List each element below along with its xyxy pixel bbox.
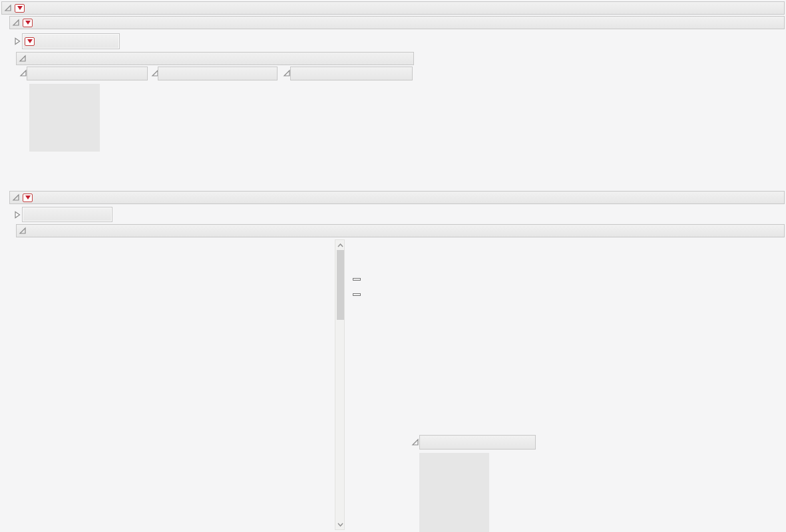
header-mean[interactable]	[158, 66, 278, 80]
table-row	[29, 106, 148, 118]
row-label	[29, 95, 100, 106]
jmp-fde-report-window	[0, 0, 786, 532]
row-value	[100, 129, 148, 140]
row-value	[489, 464, 534, 475]
header-model-selection[interactable]	[16, 224, 785, 237]
table-row	[419, 509, 534, 521]
row-label	[29, 140, 100, 152]
disclosure-open-icon[interactable]	[12, 194, 20, 201]
table-row	[419, 453, 534, 464]
update-models-button[interactable]	[353, 293, 361, 296]
row-value	[489, 475, 534, 487]
header-summaries[interactable]	[16, 52, 414, 65]
row-label	[29, 129, 100, 140]
row-label	[29, 118, 100, 129]
disclosure-open-icon[interactable]	[19, 55, 27, 63]
prediction-line-swatch	[353, 262, 369, 264]
spline-fit-plot	[37, 239, 306, 400]
header-bspline[interactable]	[9, 191, 785, 204]
red-triangle-menu-icon[interactable]	[25, 37, 35, 46]
header-fde-ethanol[interactable]	[9, 16, 785, 29]
row-value	[489, 509, 534, 521]
row-label	[419, 487, 489, 498]
overall-summary-table	[29, 84, 148, 152]
row-value	[100, 118, 148, 129]
vertical-scrollbar[interactable]	[335, 239, 345, 530]
linear-line-swatch	[714, 270, 734, 272]
header-data-processing[interactable]	[22, 33, 120, 49]
cubic-line-swatch	[714, 290, 734, 292]
reset-knots-button[interactable]	[353, 278, 361, 281]
disclosure-closed-icon[interactable]	[13, 37, 21, 45]
scroll-up-icon[interactable]	[336, 241, 345, 249]
disclosure-open-icon[interactable]	[12, 19, 20, 27]
table-row	[29, 118, 148, 129]
row-value	[100, 84, 148, 95]
spline-fit-overlay-chart[interactable]	[37, 239, 306, 400]
table-row	[419, 487, 534, 498]
row-label	[419, 498, 489, 509]
table-row	[419, 521, 534, 532]
table-row	[419, 475, 534, 487]
row-label	[419, 453, 489, 464]
table-row	[29, 84, 148, 95]
mean-curve-chart	[152, 80, 282, 186]
disclosure-closed-icon[interactable]	[13, 211, 21, 219]
scrollbar-thumb[interactable]	[337, 250, 344, 320]
header-overall[interactable]	[27, 66, 148, 80]
std-dev-curve-chart	[282, 80, 413, 186]
scroll-down-icon[interactable]	[336, 521, 345, 529]
row-value	[100, 140, 148, 152]
table-row	[419, 464, 534, 475]
step-functions-line-swatch	[714, 260, 734, 262]
row-value	[489, 453, 534, 464]
row-value	[100, 95, 148, 106]
disclosure-open-icon[interactable]	[411, 438, 419, 446]
function-panels-grid	[37, 400, 306, 532]
row-label	[419, 464, 489, 475]
row-value	[489, 521, 534, 532]
row-label	[29, 106, 100, 118]
row-label	[419, 509, 489, 521]
disclosure-open-icon[interactable]	[19, 227, 27, 235]
table-row	[29, 95, 148, 106]
row-value	[489, 487, 534, 498]
fit-statistics-table	[419, 453, 534, 532]
header-std-dev[interactable]	[290, 66, 413, 80]
row-label	[29, 84, 100, 95]
header-fde-group[interactable]	[1, 1, 785, 15]
disclosure-open-icon[interactable]	[4, 4, 12, 12]
row-value	[100, 106, 148, 118]
quadratic-line-swatch	[714, 280, 734, 282]
red-triangle-menu-icon[interactable]	[23, 194, 33, 202]
red-triangle-menu-icon[interactable]	[23, 19, 33, 27]
header-fit-statistics[interactable]	[419, 435, 536, 450]
table-row	[29, 140, 148, 152]
red-triangle-menu-icon[interactable]	[15, 4, 25, 13]
knots-line-swatch	[353, 275, 369, 277]
bic-model-comparison-chart[interactable]	[419, 238, 705, 432]
table-row	[29, 129, 148, 140]
row-label	[419, 521, 489, 532]
header-model-controls[interactable]	[22, 207, 112, 222]
table-row	[419, 498, 534, 509]
row-value	[489, 498, 534, 509]
row-label	[419, 475, 489, 487]
